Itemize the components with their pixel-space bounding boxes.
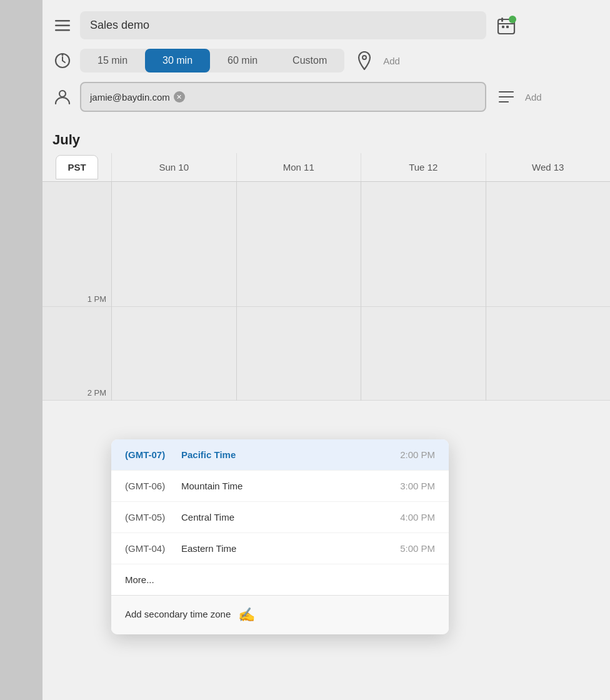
day-headers: Sun 10 Mon 11 Tue 12 Wed 13 bbox=[111, 153, 610, 181]
svg-rect-0 bbox=[55, 20, 70, 22]
day-cell[interactable] bbox=[112, 182, 236, 307]
description-icon-btn[interactable] bbox=[494, 84, 519, 109]
tz-offset-central: (GMT-05) bbox=[125, 512, 181, 522]
tz-time-central: 4:00 PM bbox=[400, 512, 435, 522]
toolbar-right-duration: Add bbox=[352, 48, 400, 73]
duration-60[interactable]: 60 min bbox=[210, 49, 275, 72]
attendee-remove-btn[interactable]: ✕ bbox=[174, 91, 185, 102]
calendar-area: PST Sun 10 Mon 11 Tue 12 Wed 13 1 PM 2 P… bbox=[42, 153, 610, 700]
tz-option-eastern[interactable]: (GMT-04) Eastern Time 5:00 PM bbox=[111, 533, 449, 564]
time-2pm: 2 PM bbox=[42, 307, 111, 401]
day-col-wed13 bbox=[486, 182, 611, 401]
day-cell[interactable] bbox=[112, 307, 236, 401]
toolbar-row-attendees: jamie@baydin.com ✕ Add bbox=[52, 82, 600, 112]
day-header-wed13: Wed 13 bbox=[486, 153, 611, 181]
main-content: 15 min 30 min 60 min Custom Add bbox=[42, 0, 610, 700]
menu-icon[interactable] bbox=[52, 16, 72, 36]
svg-rect-2 bbox=[55, 29, 70, 31]
calendar-icon-btn[interactable] bbox=[494, 13, 519, 38]
svg-point-13 bbox=[362, 56, 366, 59]
tz-more-option[interactable]: More... bbox=[111, 564, 449, 596]
tz-name-eastern: Eastern Time bbox=[181, 543, 400, 554]
toolbar-right-title bbox=[494, 13, 519, 38]
duration-15[interactable]: 15 min bbox=[80, 49, 145, 72]
tz-time-pacific: 2:00 PM bbox=[400, 449, 435, 460]
tz-offset-eastern: (GMT-04) bbox=[125, 543, 181, 554]
toolbar: 15 min 30 min 60 min Custom Add bbox=[42, 0, 610, 119]
tz-time-mountain: 3:00 PM bbox=[400, 481, 435, 491]
calendar-header: PST Sun 10 Mon 11 Tue 12 Wed 13 bbox=[42, 153, 610, 182]
tz-time-eastern: 5:00 PM bbox=[400, 543, 435, 554]
day-cell[interactable] bbox=[486, 307, 611, 401]
tz-tab-button[interactable]: PST bbox=[56, 155, 98, 179]
attendees-field[interactable]: jamie@baydin.com ✕ bbox=[80, 82, 486, 112]
location-icon-btn[interactable] bbox=[352, 48, 377, 73]
time-column: 1 PM 2 PM bbox=[42, 182, 111, 401]
svg-rect-1 bbox=[55, 24, 70, 26]
cursor-hand-icon: ✍ bbox=[238, 607, 255, 623]
attendee-tag: jamie@baydin.com ✕ bbox=[90, 91, 185, 102]
online-dot bbox=[509, 16, 516, 23]
calendar-grid: 1 PM 2 PM bbox=[42, 182, 610, 401]
duration-30[interactable]: 30 min bbox=[145, 49, 210, 72]
month-section: July bbox=[42, 119, 610, 153]
tz-offset-mountain: (GMT-06) bbox=[125, 481, 181, 491]
time-1pm: 1 PM bbox=[42, 182, 111, 307]
event-title-input[interactable] bbox=[80, 11, 486, 39]
app-container: 15 min 30 min 60 min Custom Add bbox=[0, 0, 610, 700]
svg-line-11 bbox=[62, 61, 65, 62]
person-icon bbox=[52, 87, 72, 107]
timezone-tab[interactable]: PST bbox=[42, 153, 111, 181]
tz-name-pacific: Pacific Time bbox=[181, 449, 400, 460]
day-cell[interactable] bbox=[486, 182, 611, 307]
svg-point-12 bbox=[62, 54, 64, 56]
toolbar-right-attendees: Add bbox=[494, 84, 542, 109]
toolbar-row-title bbox=[52, 11, 600, 39]
day-header-mon11: Mon 11 bbox=[236, 153, 361, 181]
day-col-sun10 bbox=[111, 182, 236, 401]
duration-group: 15 min 30 min 60 min Custom bbox=[80, 49, 344, 72]
tz-name-mountain: Mountain Time bbox=[181, 481, 400, 491]
clock-icon bbox=[52, 51, 72, 71]
month-label: July bbox=[52, 132, 600, 148]
tz-add-secondary-option[interactable]: Add secondary time zone ✍ bbox=[111, 596, 449, 634]
tz-option-pacific[interactable]: (GMT-07) Pacific Time 2:00 PM bbox=[111, 439, 449, 471]
day-cell[interactable] bbox=[237, 182, 361, 307]
tz-option-central[interactable]: (GMT-05) Central Time 4:00 PM bbox=[111, 502, 449, 533]
left-sidebar bbox=[0, 0, 42, 700]
day-columns bbox=[111, 182, 610, 401]
day-col-mon11 bbox=[236, 182, 361, 401]
add-location-label: Add bbox=[383, 56, 400, 66]
toolbar-row-duration: 15 min 30 min 60 min Custom Add bbox=[52, 48, 600, 73]
day-cell[interactable] bbox=[237, 307, 361, 401]
day-header-tue12: Tue 12 bbox=[361, 153, 486, 181]
tz-offset-pacific: (GMT-07) bbox=[125, 449, 181, 460]
attendee-email: jamie@baydin.com bbox=[90, 92, 170, 102]
timezone-dropdown: (GMT-07) Pacific Time 2:00 PM (GMT-06) M… bbox=[111, 439, 449, 634]
add-description-label: Add bbox=[525, 92, 542, 102]
tz-name-central: Central Time bbox=[181, 512, 400, 522]
day-header-sun10: Sun 10 bbox=[111, 153, 236, 181]
day-col-tue12 bbox=[361, 182, 486, 401]
svg-rect-4 bbox=[501, 18, 503, 22]
duration-custom[interactable]: Custom bbox=[275, 49, 344, 72]
svg-rect-8 bbox=[506, 26, 509, 28]
tz-option-mountain[interactable]: (GMT-06) Mountain Time 3:00 PM bbox=[111, 471, 449, 502]
day-cell[interactable] bbox=[361, 182, 486, 307]
svg-rect-7 bbox=[502, 26, 504, 28]
tz-add-secondary-label: Add secondary time zone bbox=[125, 609, 231, 619]
day-cell[interactable] bbox=[361, 307, 486, 401]
svg-point-14 bbox=[59, 91, 66, 97]
